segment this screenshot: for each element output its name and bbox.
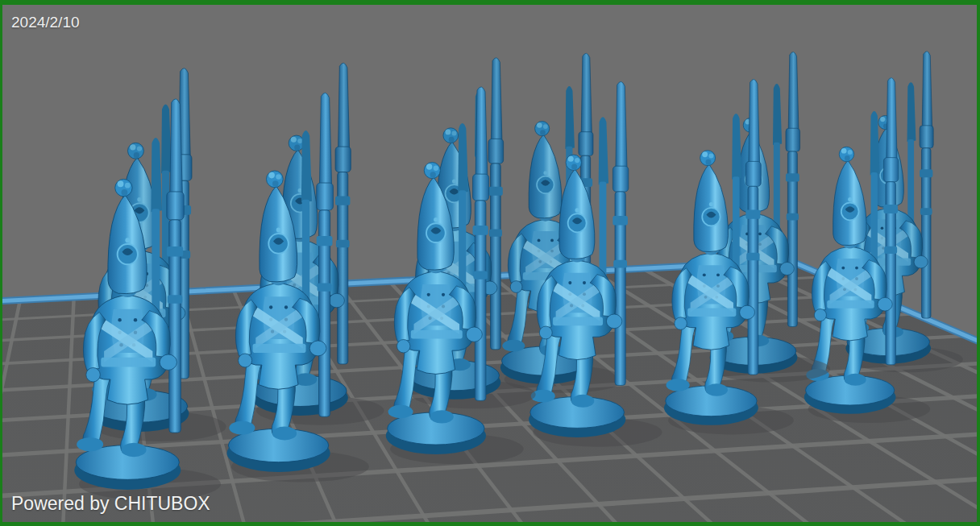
snapshot-date: 2024/2/10 xyxy=(11,14,80,31)
chitubox-watermark: Powered by CHITUBOX xyxy=(11,493,210,514)
chitubox-3d-viewport[interactable]: 2024/2/10 Powered by CHITUBOX xyxy=(0,0,980,526)
miniature-models-layer xyxy=(2,5,980,526)
